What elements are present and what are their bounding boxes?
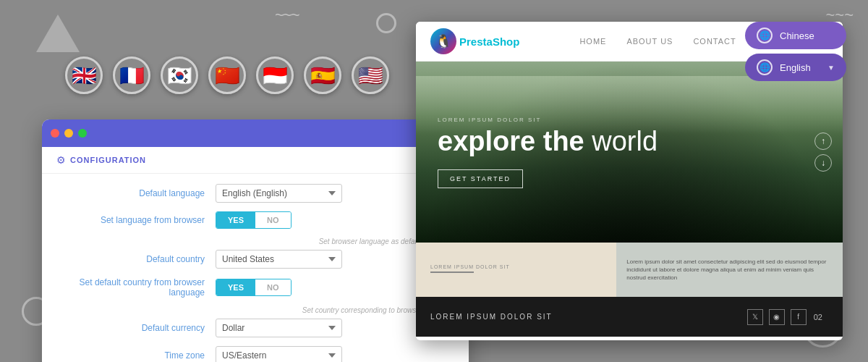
set-language-no-btn[interactable]: NO [255, 212, 291, 228]
english-globe-icon: 🌐 [757, 59, 773, 75]
site-logo-text: PrestaShop [459, 35, 519, 48]
set-country-toggle: YES NO [216, 279, 292, 296]
hero-title: explore the world [438, 127, 658, 155]
flag-spain[interactable]: 🇪🇸 [304, 56, 341, 94]
flag-uk[interactable]: 🇬🇧 [65, 56, 103, 94]
language-english-item[interactable]: 🌐 English ▼ [745, 54, 846, 81]
set-language-label: Set language from browser [56, 215, 216, 225]
default-currency-row: Default currency Dollar [56, 319, 454, 337]
language-chinese-item[interactable]: 🌐 Chinese [745, 22, 846, 49]
english-label: English [780, 62, 820, 73]
window-close-dot[interactable] [51, 129, 59, 138]
site-logo-icon: 🐧 [430, 28, 456, 54]
nav-about[interactable]: ABOUT US [626, 37, 673, 46]
social-twitter[interactable]: 𝕏 [747, 309, 763, 325]
default-country-select[interactable]: United States [216, 250, 342, 269]
mid-text: Lorem ipsum dolor sit amet consectetur a… [626, 258, 833, 282]
timezone-label: Time zone [56, 350, 216, 361]
site-mid-right: Lorem ipsum dolor sit amet consectetur a… [616, 243, 843, 297]
config-header: ⚙ CONFIGURATION [42, 147, 469, 174]
hero-title-part2: world [592, 126, 658, 156]
flag-china[interactable]: 🇨🇳 [208, 56, 246, 94]
set-country-no-btn[interactable]: NO [255, 279, 291, 295]
flag-usa[interactable]: 🇺🇸 [352, 56, 389, 94]
set-country-hint: Set country corresponding to browser lan… [56, 306, 454, 314]
config-panel: ⚙ CONFIGURATION Default language English… [42, 119, 469, 362]
footer-lorem: LOREM IPSUM DOLOR SIT [430, 313, 553, 321]
timezone-select[interactable]: US/Eastern [216, 346, 342, 362]
default-language-row: Default language English (English) [56, 184, 454, 203]
social-instagram[interactable]: ◉ [769, 309, 785, 325]
flag-france[interactable]: 🇫🇷 [113, 56, 150, 94]
set-country-label: Set default country from browser languag… [56, 277, 216, 298]
site-logo: 🐧 PrestaShop [430, 28, 519, 54]
logo-shop: Shop [493, 35, 520, 48]
config-icon: ⚙ [56, 154, 66, 166]
set-country-yes-btn[interactable]: YES [216, 279, 255, 295]
default-currency-label: Default currency [56, 323, 216, 333]
config-title: CONFIGURATION [70, 156, 146, 164]
triangle-decoration [36, 14, 80, 52]
window-maximize-dot[interactable] [78, 129, 87, 138]
zigzag-top-decoration: ~~~ [275, 6, 299, 25]
chinese-globe-icon: 🌐 [757, 28, 773, 43]
hero-subtitle: LOREM IPSUM DOLOR SIT [438, 117, 658, 123]
flags-row: 🇬🇧 🇫🇷 🇰🇷 🇨🇳 🇮🇩 🇪🇸 🇺🇸 [65, 56, 389, 94]
mid-subtitle: LOREM IPSUM DOLOR SIT [430, 264, 602, 269]
set-country-row: Set default country from browser languag… [56, 277, 454, 298]
set-language-yes-btn[interactable]: YES [216, 212, 255, 228]
circle-top-decoration [376, 13, 396, 33]
footer-social: 𝕏 ◉ f [747, 309, 807, 325]
hero-title-part1: explore the [438, 126, 584, 156]
set-language-hint: Set browser language as default language [56, 237, 454, 245]
timezone-control: US/Eastern [216, 346, 454, 362]
window-minimize-dot[interactable] [64, 129, 73, 138]
nav-contact[interactable]: CONTACT [693, 37, 736, 46]
hero-nav-arrows: ↑ ↓ [814, 132, 832, 172]
logo-presta: Presta [459, 35, 493, 48]
social-facebook[interactable]: f [791, 309, 807, 325]
site-mid-left: LOREM IPSUM DOLOR SIT [416, 243, 616, 297]
flag-indonesia[interactable]: 🇮🇩 [256, 56, 294, 94]
chinese-label: Chinese [780, 30, 835, 41]
footer-page-num: 02 [814, 313, 822, 321]
default-language-label: Default language [56, 188, 216, 198]
flag-korea[interactable]: 🇰🇷 [161, 56, 198, 94]
config-titlebar [42, 119, 469, 147]
default-currency-select[interactable]: Dollar [216, 319, 342, 337]
nav-home[interactable]: HOME [579, 37, 606, 46]
set-language-row: Set language from browser YES NO [56, 211, 454, 229]
hero-arrow-down[interactable]: ↓ [814, 154, 832, 172]
hero-cta-button[interactable]: GET STARTED [438, 169, 523, 188]
default-language-select[interactable]: English (English) [216, 184, 342, 203]
hero-content: LOREM IPSUM DOLOR SIT explore the world … [438, 117, 658, 188]
config-body: Default language English (English) Set l… [42, 174, 469, 362]
set-language-toggle: YES NO [216, 211, 292, 229]
default-country-label: Default country [56, 254, 216, 264]
timezone-row: Time zone US/Eastern [56, 346, 454, 362]
english-chevron-icon: ▼ [827, 64, 835, 72]
mid-divider [430, 272, 474, 273]
site-hero: LOREM IPSUM DOLOR SIT explore the world … [416, 62, 843, 243]
site-footer: LOREM IPSUM DOLOR SIT 𝕏 ◉ f 02 [416, 297, 843, 337]
language-dropdown: 🌐 Chinese 🌐 English ▼ [745, 22, 846, 81]
hero-arrow-up[interactable]: ↑ [814, 132, 832, 150]
site-middle: LOREM IPSUM DOLOR SIT Lorem ipsum dolor … [416, 243, 843, 297]
default-country-row: Default country United States [56, 250, 454, 269]
